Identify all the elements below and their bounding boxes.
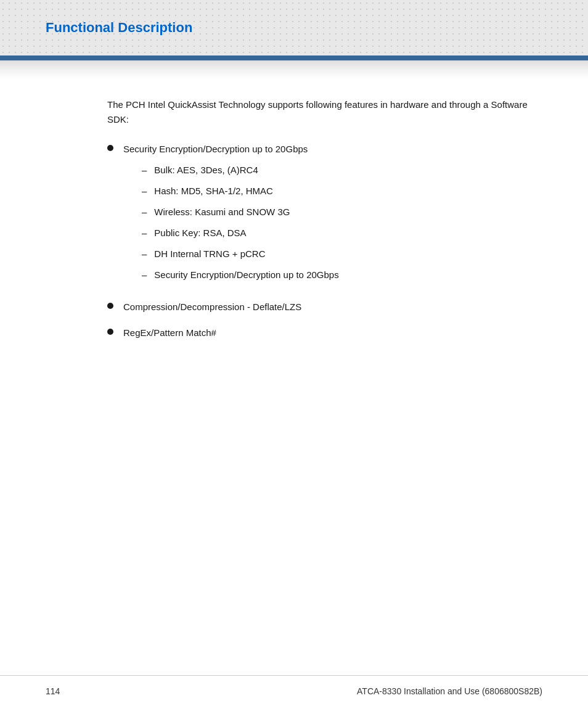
dash-icon: – xyxy=(142,163,147,178)
sub-item-label: Public Key: RSA, DSA xyxy=(154,226,246,240)
sub-item-label: Hash: MD5, SHA-1/2, HMAC xyxy=(154,184,273,199)
sub-list-item: – Hash: MD5, SHA-1/2, HMAC xyxy=(123,184,542,199)
sub-list-item: – Bulk: AES, 3Des, (A)RC4 xyxy=(123,163,542,178)
list-item: Security Encryption/Decryption up to 20G… xyxy=(107,142,542,289)
main-content: The PCH Intel QuickAssist Technology sup… xyxy=(0,79,588,401)
sub-feature-list: – Bulk: AES, 3Des, (A)RC4 – Hash: MD5, S… xyxy=(123,163,542,282)
dash-icon: – xyxy=(142,205,147,220)
sub-item-label: Security Encryption/Decryption up to 20G… xyxy=(154,268,338,282)
dash-icon: – xyxy=(142,184,147,199)
bullet-dot-icon xyxy=(107,329,113,335)
sub-list-item: – Public Key: RSA, DSA xyxy=(123,226,542,240)
page-title: Functional Description xyxy=(46,20,192,36)
dash-icon: – xyxy=(142,268,147,282)
dash-icon: – xyxy=(142,226,147,240)
blue-banner xyxy=(0,55,588,60)
dash-icon: – xyxy=(142,247,147,261)
sub-list-item: – Wireless: Kasumi and SNOW 3G xyxy=(123,205,542,220)
bullet-text-label: RegEx/Pattern Match# xyxy=(123,326,542,340)
page-number: 114 xyxy=(46,686,60,696)
bullet-dot-icon xyxy=(107,145,113,151)
document-title: ATCA-8330 Installation and Use (6806800S… xyxy=(357,686,542,696)
bullet-dot-icon xyxy=(107,303,113,309)
header: Functional Description xyxy=(0,0,588,55)
sub-list-item: – DH Internal TRNG + pCRC xyxy=(123,247,542,261)
bullet-text-label: Compression/Decompression - Deflate/LZS xyxy=(123,300,542,314)
sub-list-item: – Security Encryption/Decryption up to 2… xyxy=(123,268,542,282)
sub-item-label: Bulk: AES, 3Des, (A)RC4 xyxy=(154,163,258,178)
bullet-text-label: Security Encryption/Decryption up to 20G… xyxy=(123,144,308,154)
intro-paragraph: The PCH Intel QuickAssist Technology sup… xyxy=(107,97,539,127)
list-item: Compression/Decompression - Deflate/LZS xyxy=(107,300,542,314)
sub-item-label: DH Internal TRNG + pCRC xyxy=(154,247,265,261)
gray-band xyxy=(0,60,588,79)
sub-item-label: Wireless: Kasumi and SNOW 3G xyxy=(154,205,290,220)
footer: 114 ATCA-8330 Installation and Use (6806… xyxy=(0,675,588,706)
feature-list: Security Encryption/Decryption up to 20G… xyxy=(107,142,542,340)
list-item: RegEx/Pattern Match# xyxy=(107,326,542,340)
